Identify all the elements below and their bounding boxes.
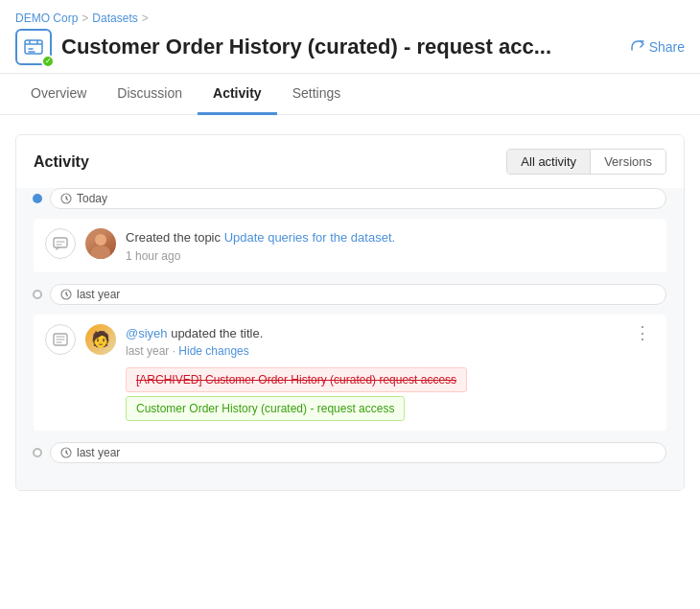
discussion-icon-wrap	[45, 228, 76, 259]
hide-changes-link[interactable]: Hide changes	[178, 344, 248, 358]
verified-badge	[41, 55, 55, 68]
date-label-row-lastyear-2: last year	[34, 442, 666, 463]
tab-discussion[interactable]: Discussion	[102, 74, 198, 115]
timeline: Today Created the t	[16, 188, 684, 490]
clock-icon	[60, 193, 72, 204]
activity-text-discussion: Created the topic Update queries for the…	[126, 228, 655, 247]
breadcrumb-datasets[interactable]: Datasets	[92, 12, 137, 25]
dataset-icon	[15, 29, 52, 65]
activity-header: Activity All activity Versions	[16, 135, 684, 188]
activity-time-title-update: last year · Hide changes	[126, 344, 620, 358]
clock-icon-2	[60, 289, 72, 300]
share-label: Share	[649, 39, 685, 55]
tab-activity[interactable]: Activity	[198, 74, 277, 115]
filter-versions[interactable]: Versions	[590, 150, 665, 174]
clock-icon-3	[60, 447, 72, 458]
share-icon	[631, 40, 644, 54]
activity-body-discussion: Created the topic Update queries for the…	[126, 228, 655, 263]
timeline-dot-lastyear-2	[33, 448, 42, 457]
lastyear-label-2: last year	[77, 446, 120, 459]
breadcrumb-org[interactable]: DEMO Corp	[15, 12, 78, 25]
nav-tabs: Overview Discussion Activity Settings	[0, 74, 700, 115]
user-avatar-discussion	[85, 228, 116, 259]
date-chip-lastyear-1: last year	[50, 284, 666, 305]
timeline-dot-today	[33, 194, 42, 203]
breadcrumb-sep2: >	[142, 12, 149, 25]
activity-item-title-update: 🧑 @siyeh updated the title. last year · …	[34, 315, 666, 432]
comment-icon	[53, 236, 68, 251]
timeline-dot-lastyear-1	[33, 290, 42, 299]
activity-time-discussion: 1 hour ago	[126, 249, 655, 263]
breadcrumb-sep1: >	[82, 12, 88, 25]
date-label-row-today: Today	[34, 188, 666, 209]
activity-text-title-update: @siyeh updated the title.	[126, 324, 620, 343]
activity-body-title-update: @siyeh updated the title. last year · Hi…	[126, 324, 620, 422]
diff-old: [ARCHIVED] Customer Order History (curat…	[126, 367, 467, 392]
date-chip-today: Today	[50, 188, 666, 209]
tab-settings[interactable]: Settings	[277, 74, 357, 115]
date-label-row-lastyear-1: last year	[34, 284, 666, 305]
topic-link[interactable]: Update queries for the dataset.	[224, 230, 396, 245]
breadcrumb: DEMO Corp > Datasets >	[15, 12, 685, 25]
today-label: Today	[77, 192, 107, 205]
date-group-today: Today Created the t	[34, 188, 666, 272]
edit-icon	[53, 332, 68, 347]
date-chip-lastyear-2: last year	[50, 442, 666, 463]
page-title: Customer Order History (curated) - reque…	[61, 35, 621, 59]
user-avatar-bot: 🧑	[85, 324, 116, 355]
date-group-lastyear-1: last year 🧑 @siyeh updated the tit	[34, 284, 666, 432]
tab-overview[interactable]: Overview	[15, 74, 102, 115]
activity-panel: Activity All activity Versions Today	[15, 134, 685, 491]
activity-item-discussion: Created the topic Update queries for the…	[34, 219, 666, 272]
diff-new: Customer Order History (curated) - reque…	[126, 396, 405, 421]
lastyear-label-1: last year	[77, 288, 120, 301]
date-group-lastyear-2: last year	[34, 442, 666, 463]
svg-rect-2	[54, 238, 67, 247]
activity-panel-title: Activity	[34, 153, 89, 171]
more-options-button[interactable]: ⋮	[630, 324, 655, 341]
page-header: DEMO Corp > Datasets > Customer Order Hi…	[0, 0, 700, 74]
page-title-row: Customer Order History (curated) - reque…	[15, 29, 685, 65]
user-link[interactable]: @siyeh	[126, 326, 168, 340]
diff-block: [ARCHIVED] Customer Order History (curat…	[126, 367, 620, 421]
edit-icon-wrap	[45, 324, 76, 355]
activity-filter-buttons: All activity Versions	[506, 149, 666, 175]
share-button[interactable]: Share	[631, 39, 685, 55]
filter-all-activity[interactable]: All activity	[507, 150, 590, 174]
main-content: Activity All activity Versions Today	[0, 115, 700, 510]
